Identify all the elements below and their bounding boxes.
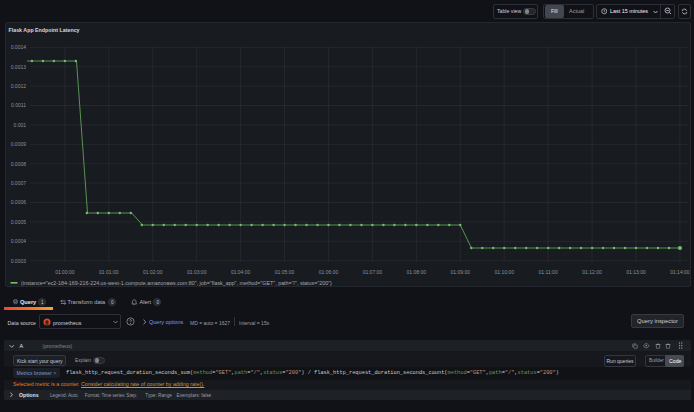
svg-text:0.0009: 0.0009 xyxy=(11,141,27,147)
svg-text:01:09:00: 01:09:00 xyxy=(451,269,471,275)
svg-text:01:12:00: 01:12:00 xyxy=(582,269,602,275)
svg-text:01:11:00: 01:11:00 xyxy=(539,269,558,275)
svg-text:01:07:00: 01:07:00 xyxy=(363,269,383,275)
svg-text:01:06:00: 01:06:00 xyxy=(319,269,339,275)
svg-text:01:03:00: 01:03:00 xyxy=(187,269,207,275)
svg-text:(instance="ec2-184-169-216-224: (instance="ec2-184-169-216-224.us-west-1… xyxy=(21,280,332,286)
svg-text:01:08:00: 01:08:00 xyxy=(407,269,427,275)
svg-text:0.0005: 0.0005 xyxy=(11,219,27,225)
svg-text:0.0006: 0.0006 xyxy=(11,199,27,205)
svg-text:01:00:00: 01:00:00 xyxy=(55,269,75,275)
svg-text:01:14:00: 01:14:00 xyxy=(670,269,690,275)
svg-text:01:04:00: 01:04:00 xyxy=(231,269,251,275)
svg-text:0.0003: 0.0003 xyxy=(11,258,27,264)
svg-text:0.0011: 0.0011 xyxy=(11,102,26,108)
svg-text:0.0013: 0.0013 xyxy=(11,64,27,70)
svg-text:0.0007: 0.0007 xyxy=(11,180,27,186)
svg-text:01:01:00: 01:01:00 xyxy=(99,269,119,275)
svg-text:0.0014: 0.0014 xyxy=(11,44,27,50)
svg-text:0.0012: 0.0012 xyxy=(11,83,27,89)
svg-text:01:13:00: 01:13:00 xyxy=(626,269,646,275)
svg-text:01:10:00: 01:10:00 xyxy=(494,269,514,275)
svg-text:01:02:00: 01:02:00 xyxy=(143,269,163,275)
svg-text:0.0008: 0.0008 xyxy=(11,161,27,167)
svg-text:01:05:00: 01:05:00 xyxy=(275,269,295,275)
svg-text:0.0004: 0.0004 xyxy=(11,238,27,244)
svg-text:0.001: 0.001 xyxy=(13,122,26,128)
